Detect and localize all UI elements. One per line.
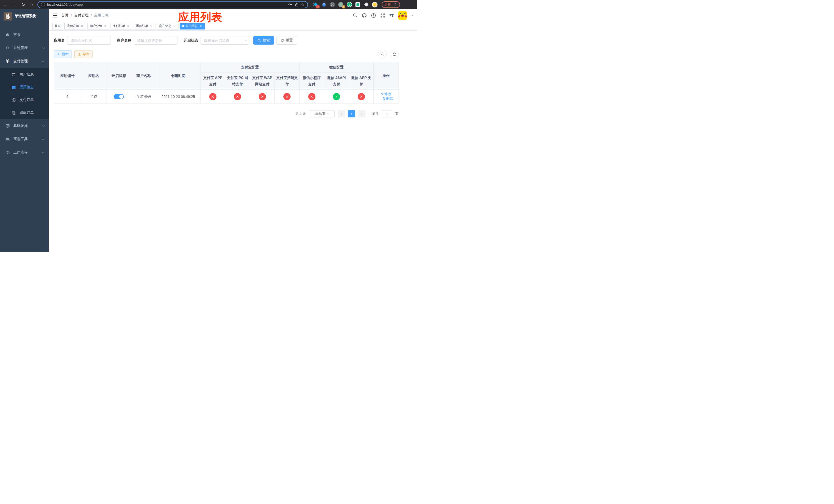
table-grid-icon: [11, 85, 16, 90]
close-icon[interactable]: ×: [127, 24, 130, 28]
extension-chat-icon[interactable]: [355, 2, 360, 7]
user-avatar[interactable]: [398, 11, 407, 20]
sidebar-item-system[interactable]: ⚙ 系统管理: [0, 41, 49, 54]
table-row: 6 芋道 芋道源码 2021-10-23 08:49:25 ✕ ✕ ✕ ✕ ✕ …: [54, 90, 399, 104]
extension-emoji-avatar[interactable]: [372, 2, 377, 7]
sidebar-item-workflow[interactable]: 工作流程: [0, 146, 49, 159]
share-icon[interactable]: [295, 3, 299, 7]
refresh-button[interactable]: [390, 50, 398, 59]
tab-merchant-info[interactable]: 商户信息×: [157, 23, 178, 29]
extension-balloon-icon[interactable]: [321, 2, 327, 7]
tab-refund-orders[interactable]: 退款订单×: [134, 23, 155, 29]
tab-process-form[interactable]: 流程表单×: [64, 23, 86, 29]
sidebar-item-dev-tools[interactable]: 研发工具: [0, 133, 49, 146]
site-info-icon[interactable]: i: [41, 3, 45, 6]
pagination: 共 1 条 10条/页 ‹ 1 › 前往 页: [54, 110, 398, 117]
avatar-caret-icon[interactable]: ▾: [411, 14, 413, 17]
extension-y-icon[interactable]: y: [347, 2, 352, 7]
add-button[interactable]: 新增: [54, 50, 72, 58]
sidebar-item-label: 首页: [13, 32, 45, 37]
breadcrumb-home[interactable]: 首页: [61, 13, 68, 18]
tab-label: 应用信息: [185, 24, 198, 28]
search-button[interactable]: 搜索: [254, 36, 274, 45]
prev-page-button[interactable]: ‹: [338, 110, 345, 117]
chevron-down-icon: [42, 47, 45, 49]
show-search-button[interactable]: [378, 50, 387, 59]
sidebar-item-label: 退款订单: [20, 111, 34, 115]
fullscreen-icon[interactable]: [380, 13, 385, 18]
monitor-chart-icon: [5, 124, 10, 128]
extension-command-icon[interactable]: ⌘: [330, 2, 335, 7]
goto-page-input[interactable]: [382, 110, 392, 117]
password-key-icon[interactable]: [288, 2, 292, 7]
browser-home-icon[interactable]: ⌂: [29, 2, 35, 7]
sidebar-item-payment[interactable]: ¥ 支付管理: [0, 54, 49, 68]
tab-home[interactable]: 首页: [52, 23, 63, 29]
export-button[interactable]: 导出: [74, 50, 93, 58]
browser-update-button[interactable]: 更新 ⋮: [381, 1, 400, 8]
close-icon[interactable]: ×: [150, 24, 153, 28]
sidebar-item-payment-orders[interactable]: ¥ 支付订单: [0, 94, 49, 107]
close-icon[interactable]: ×: [199, 24, 203, 28]
breadcrumb-payment[interactable]: 支付管理: [74, 13, 88, 18]
app-title: 芋道管理系统: [15, 14, 36, 19]
browser-menu-icon[interactable]: ⋮: [394, 3, 397, 7]
app-shell: 芋道管理系统 首页 ⚙ 系统管理 ¥: [0, 9, 417, 252]
status-toggle[interactable]: [114, 94, 124, 99]
status-select[interactable]: [201, 36, 249, 45]
browser-back-icon[interactable]: ←: [3, 2, 9, 7]
reset-button[interactable]: 重置: [277, 36, 297, 45]
font-size-icon[interactable]: TT: [390, 13, 394, 18]
status-select-input[interactable]: [201, 36, 249, 45]
header-search-icon[interactable]: [353, 13, 357, 18]
main-area: 应用列表 首页 / 支付管理 / 应用信息: [49, 9, 417, 252]
close-icon[interactable]: ×: [173, 24, 176, 28]
sidebar-menu: 首页 ⚙ 系统管理 ¥ 支付管理: [0, 28, 49, 159]
col-status: 开启状态: [106, 62, 131, 90]
close-icon[interactable]: ×: [80, 24, 84, 28]
sidebar-item-label: 系统管理: [13, 46, 38, 50]
sidebar-item-infrastructure[interactable]: 基础设施: [0, 119, 49, 133]
sidebar-item-refund-orders[interactable]: 退款订单: [0, 107, 49, 119]
alipay-pc-status-icon: ✕: [234, 93, 241, 100]
view-tabbar: 首页 流程表单× 用户分组× 支付订单× 退款订单× 商户信息× 应用信息×: [49, 22, 417, 30]
edit-link[interactable]: ✎修改: [381, 92, 392, 96]
page-unit-label: 页: [395, 112, 398, 116]
status-label: 开启状态: [184, 38, 198, 43]
col-group-alipay: 支付宝配置: [201, 62, 300, 72]
sidebar-item-merchant-info[interactable]: 商户信息: [0, 68, 49, 81]
browser-reload-icon[interactable]: ↻: [20, 2, 26, 7]
tab-payment-orders[interactable]: 支付订单×: [111, 23, 132, 29]
browser-chrome: ← → ↻ ⌂ i localhost:1024/pay/app ☆ 10 ⌘: [0, 0, 417, 9]
tab-user-group[interactable]: 用户分组×: [87, 23, 109, 29]
sidebar-item-label: 基础设施: [13, 123, 38, 128]
export-button-label: 导出: [83, 52, 89, 56]
help-icon[interactable]: ?: [371, 13, 376, 18]
sidebar-item-home[interactable]: 首页: [0, 28, 49, 41]
extension-diamond-icon[interactable]: 10: [313, 2, 318, 7]
sidebar-item-app-info[interactable]: 应用信息: [0, 81, 49, 94]
page-size-select[interactable]: 10条/页: [309, 110, 335, 117]
shop-icon: [11, 72, 16, 77]
chevron-up-icon: [42, 61, 45, 62]
browser-forward-icon[interactable]: →: [11, 2, 18, 7]
sidebar-toggle-icon[interactable]: [53, 13, 58, 18]
close-icon[interactable]: ×: [103, 24, 107, 28]
bookmark-star-icon[interactable]: ☆: [301, 2, 304, 7]
address-bar[interactable]: i localhost:1024/pay/app ☆: [38, 1, 308, 8]
extension-recorder-icon[interactable]: 1: [338, 2, 344, 7]
url-text[interactable]: localhost:1024/pay/app: [47, 3, 286, 6]
merchant-name-input[interactable]: [134, 36, 177, 45]
delete-link[interactable]: 删除: [382, 96, 393, 101]
app-name-input[interactable]: [67, 36, 111, 45]
reset-button-label: 重置: [286, 38, 293, 43]
page-number-1[interactable]: 1: [348, 110, 355, 117]
svg-text:?: ?: [373, 14, 374, 17]
github-icon[interactable]: [362, 13, 367, 18]
tab-label: 首页: [54, 24, 61, 28]
extensions-puzzle-icon[interactable]: [364, 2, 369, 7]
next-page-button[interactable]: ›: [358, 110, 366, 117]
cell-actions: ✎修改删除: [374, 90, 399, 104]
col-app-id: 应用编号: [54, 62, 81, 90]
logo-row[interactable]: 芋道管理系统: [0, 9, 49, 23]
